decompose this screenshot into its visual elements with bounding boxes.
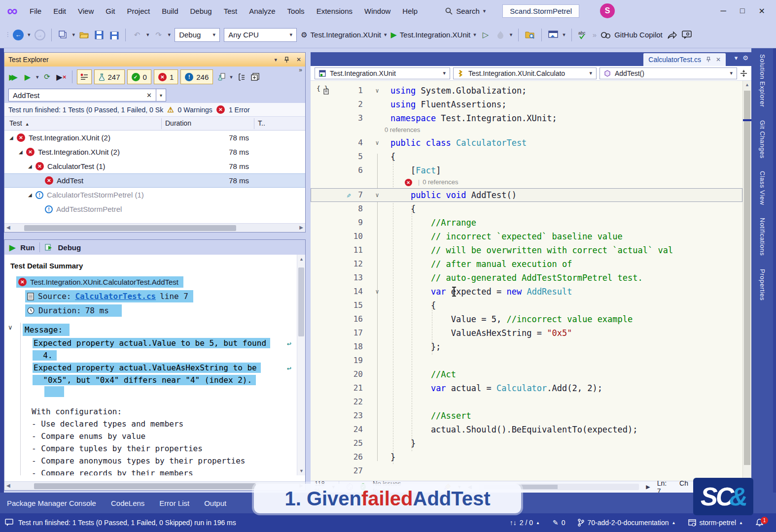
filter-total-button[interactable]: 247	[94, 69, 125, 84]
code-text[interactable]: {	[385, 299, 436, 312]
hierarchy-view-button[interactable]	[235, 70, 247, 83]
side-tab-properties[interactable]: Properties	[759, 269, 766, 300]
share-button[interactable]	[667, 29, 677, 41]
test-row[interactable]: ◢✕CalculatorTest (1)78 ms	[4, 159, 305, 173]
menu-item-tools[interactable]: Tools	[282, 5, 310, 17]
type-dropdown[interactable]: Test.Integration.XUnit.Calculato ▾	[453, 67, 597, 79]
side-tab-notifications[interactable]: Notifications	[759, 218, 766, 256]
code-text[interactable]: namespace Test.Integration.XUnit;	[385, 111, 557, 125]
codelens-row[interactable]: 0 references	[311, 125, 742, 136]
start-debug-button[interactable]: ▶ Test.Integration.XUnit ▾	[391, 30, 476, 39]
chevron-down-icon[interactable]: ▾	[230, 74, 233, 80]
fold-chevron-icon[interactable]: ∨	[370, 188, 385, 202]
undo-button[interactable]: ↶	[132, 29, 142, 41]
code-text[interactable]: }	[385, 450, 395, 464]
expander-icon[interactable]: ◢	[28, 192, 35, 198]
commits-sync-button[interactable]: ↑↓ 2 / 0 ▲	[510, 519, 540, 527]
code-text[interactable]: }	[385, 436, 416, 450]
menu-item-project[interactable]: Project	[122, 5, 155, 17]
menu-item-help[interactable]: Help	[397, 5, 423, 17]
collapse-chevron-icon[interactable]: ∨	[8, 324, 13, 331]
run-tests-button[interactable]: ▶	[22, 70, 34, 83]
code-text[interactable]	[385, 464, 390, 478]
paintbrush-icon[interactable]: ✎	[342, 194, 356, 198]
code-text[interactable]: // after manual execution of	[385, 257, 572, 271]
fold-chevron-icon[interactable]: ∨	[370, 285, 385, 299]
code-text[interactable]: using System.Globalization;	[385, 84, 527, 98]
code-text[interactable]: // will be overwritten with correct `act…	[385, 243, 673, 257]
codelens-references[interactable]: 0 references	[385, 125, 420, 136]
bottom-tab-codelens[interactable]: CodeLens	[111, 499, 144, 507]
code-text[interactable]: public class CalculatorTest	[385, 136, 527, 150]
feature-search-box[interactable]: Scand.StormPetrel	[502, 4, 579, 18]
find-in-files-button[interactable]	[525, 29, 535, 41]
expander-icon[interactable]: ◢	[19, 149, 26, 155]
run-failed-tests-button[interactable]: ▶✕	[56, 70, 68, 83]
status-message[interactable]: Test run finished: 1 Tests (0 Passed, 1 …	[18, 519, 236, 527]
side-tab-class-view[interactable]: Class View	[759, 171, 766, 205]
column-test[interactable]: Test▲	[9, 119, 30, 127]
branch-picker-button[interactable]: 70-add-2-0-documentation ▲	[578, 519, 675, 527]
code-text[interactable]: //Assert	[385, 409, 471, 423]
menu-item-window[interactable]: Window	[359, 5, 395, 17]
detail-test-row[interactable]: ✕ Test.Integration.XUnit.CalculatorTest.…	[4, 275, 305, 289]
options-toggle-button[interactable]	[77, 69, 92, 84]
repeat-last-run-button[interactable]: ⟳	[41, 70, 53, 83]
code-text[interactable]: //Arrange	[385, 216, 476, 230]
scroll-down-icon[interactable]: ▼	[299, 468, 304, 473]
scroll-left-icon[interactable]: ◀	[6, 483, 10, 488]
column-duration[interactable]: Duration	[165, 119, 191, 127]
test-search-input[interactable]	[9, 91, 142, 100]
search-control[interactable]: Search ▾	[440, 5, 491, 17]
code-text[interactable]: // auto-generated AddTestStormPetrel tes…	[385, 271, 643, 285]
chevron-down-icon[interactable]: ▾	[72, 32, 75, 38]
search-history-dropdown[interactable]: ▾	[156, 89, 166, 101]
code-text[interactable]: using FluentAssertions;	[385, 98, 506, 111]
code-text[interactable]: var expected = new AddResult	[385, 285, 572, 299]
chevron-down-icon[interactable]: ▾	[146, 32, 149, 38]
toolbar-overflow-icon[interactable]: »	[299, 66, 302, 73]
scroll-right-icon[interactable]: ▶	[646, 484, 650, 490]
errors-link[interactable]: 1 Error	[229, 106, 250, 114]
toolbar-drag-handle[interactable]: ⋮⋮	[5, 33, 9, 36]
fold-chevron-icon[interactable]: ∨	[370, 84, 385, 98]
chevron-down-icon[interactable]: ▾	[510, 32, 513, 38]
menu-item-file[interactable]: File	[25, 5, 46, 17]
expander-icon[interactable]: ◢	[28, 164, 35, 169]
save-all-button[interactable]	[108, 29, 119, 41]
column-divider[interactable]	[161, 118, 162, 129]
scroll-right-icon[interactable]: ▶	[299, 225, 303, 230]
test-row[interactable]: ◢✕Test.Integration.XUnit (2)78 ms	[4, 145, 305, 159]
filter-failed-button[interactable]: ✕ 1	[154, 69, 178, 84]
github-copilot-button[interactable]: GitHub Copilot	[600, 31, 663, 39]
code-text[interactable]	[385, 354, 390, 367]
bottom-tab-output[interactable]: Output	[204, 499, 226, 507]
run-all-tests-button[interactable]: ▶▶	[7, 70, 19, 83]
feedback-button[interactable]	[681, 29, 692, 41]
filter-notrun-button[interactable]: ! 246	[180, 69, 213, 84]
code-text[interactable]: {	[385, 202, 416, 216]
code-text[interactable]: };	[385, 340, 441, 354]
window-position-icon[interactable]: ▾	[274, 57, 277, 63]
bottom-tab-error-list[interactable]: Error List	[159, 499, 189, 507]
menu-item-view[interactable]: View	[73, 5, 99, 17]
pin-icon[interactable]	[284, 57, 289, 63]
menu-item-extensions[interactable]: Extensions	[312, 5, 357, 17]
test-row[interactable]: ◢!CalculatorTestStormPetrel (1)	[4, 188, 305, 202]
column-divider[interactable]	[254, 118, 254, 129]
scrollbar-thumb[interactable]	[24, 225, 236, 231]
start-without-debugging-button[interactable]: ▷	[480, 29, 491, 41]
member-dropdown[interactable]: AddTest() ▾	[600, 67, 737, 79]
tab-list-dropdown-icon[interactable]: ▾	[735, 54, 738, 62]
save-button[interactable]	[94, 29, 105, 41]
run-button[interactable]: Run	[20, 243, 35, 252]
hot-reload-button[interactable]	[495, 29, 506, 41]
side-tab-git-changes[interactable]: Git Changes	[759, 120, 766, 159]
test-row[interactable]: ◢✕Test.Integration.XUnit (2)78 ms	[4, 131, 305, 145]
group-by-button[interactable]	[215, 70, 227, 83]
source-file-link[interactable]: CalculatorTest.cs	[75, 292, 156, 301]
code-text[interactable]: Value = 5, //incorrect value example	[385, 312, 633, 326]
test-row[interactable]: ✕AddTest78 ms	[4, 173, 305, 188]
copy-arrow-icon[interactable]: ↩	[287, 338, 291, 350]
expander-icon[interactable]: ◢	[9, 135, 17, 140]
